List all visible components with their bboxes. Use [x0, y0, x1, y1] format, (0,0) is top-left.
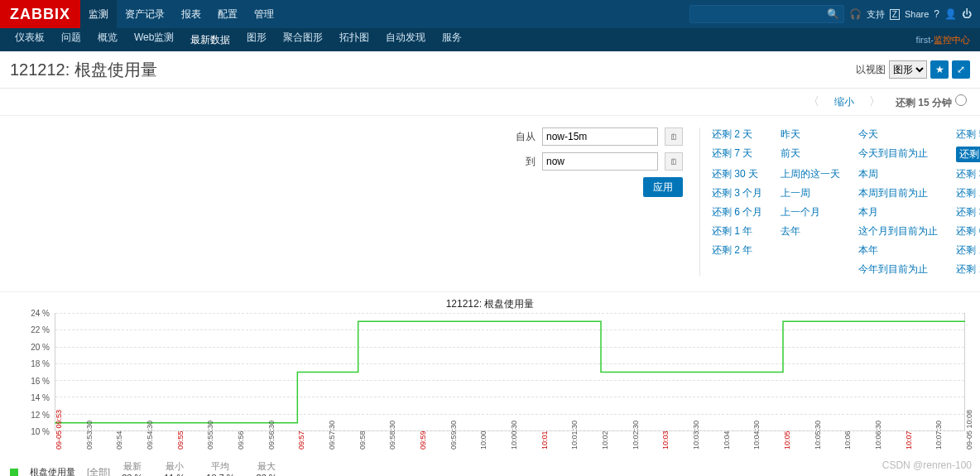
to-calendar-button[interactable]: 🗓 [665, 152, 683, 171]
preset-link[interactable]: 今天 [858, 127, 938, 142]
view-select[interactable]: 图形 [889, 60, 927, 79]
submenu-item[interactable]: 聚合图形 [275, 26, 331, 49]
legend-stat: 最小11 % [164, 461, 185, 476]
preset-link[interactable]: 还剩 15 分钟 [956, 147, 980, 162]
x-tick: 09:57:30 [328, 421, 336, 450]
x-tick: 10:04 [723, 430, 731, 450]
x-tick: 09:58 [358, 430, 367, 450]
preset-link[interactable]: 今天到目前为止 [858, 147, 938, 162]
next-button[interactable]: 〉 [869, 94, 881, 109]
preset-link[interactable]: 还剩 1 小时 [956, 186, 980, 200]
from-calendar-button[interactable]: 🗓 [665, 127, 683, 146]
zoom-out-link[interactable]: 缩小 [834, 95, 854, 109]
submenu-item[interactable]: 仪表板 [7, 26, 53, 49]
preset-link[interactable]: 今年到目前为止 [858, 262, 938, 276]
user-icon[interactable]: 👤 [944, 8, 957, 20]
from-input[interactable] [542, 127, 658, 146]
preset-link[interactable]: 还剩 2 天 [712, 127, 762, 142]
preset-link[interactable]: 还剩 30 天 [712, 167, 762, 181]
x-tick: 09:59 [419, 430, 427, 450]
breadcrumb[interactable]: first-监控中心 [916, 34, 980, 46]
x-tick: 10:01:30 [570, 421, 579, 450]
x-tick: 09:54:30 [146, 421, 154, 450]
y-tick: 16 % [10, 376, 50, 385]
top-menu: 监测资产记录报表配置管理 [80, 0, 282, 28]
preset-link[interactable]: 还剩 7 天 [712, 147, 762, 162]
submenu-item[interactable]: Web监测 [126, 26, 182, 49]
preset-link[interactable]: 还剩 1 天 [956, 262, 980, 276]
prev-button[interactable]: 〈 [808, 94, 819, 109]
time-presets: 还剩 2 天昨天今天还剩 5 分钟还剩 7 天前天今天到目前为止还剩 15 分钟… [699, 127, 980, 276]
share-link[interactable]: Share [905, 9, 929, 19]
topmenu-item[interactable]: 资产记录 [117, 0, 173, 28]
x-tick: 09:56 [237, 430, 245, 450]
from-label: 自从 [516, 130, 536, 144]
submenu-item[interactable]: 概览 [89, 26, 126, 49]
share-icon: Z [890, 9, 900, 20]
preset-link[interactable]: 本周 [858, 167, 938, 181]
view-label: 以视图 [856, 63, 886, 77]
time-remaining[interactable]: 还剩 15 分钟 [896, 94, 967, 110]
preset-link[interactable]: 本周到目前为止 [858, 186, 938, 200]
clock-icon [955, 94, 967, 106]
x-tick: 10:07 [905, 430, 913, 450]
x-tick: 09:55:30 [206, 421, 214, 450]
y-tick: 14 % [10, 393, 50, 402]
preset-link[interactable]: 还剩 2 年 [712, 243, 762, 257]
x-tick: 10:07:30 [934, 421, 943, 450]
preset-link[interactable]: 前天 [781, 147, 840, 162]
x-tick: 09:58:30 [388, 421, 396, 450]
favorite-button[interactable]: ★ [930, 60, 949, 79]
topmenu-item[interactable]: 配置 [209, 0, 246, 28]
apply-button[interactable]: 应用 [643, 177, 683, 197]
preset-link[interactable]: 还剩 3 个月 [712, 186, 762, 200]
x-tick: 09:59:30 [449, 421, 458, 450]
help-icon[interactable]: ? [934, 8, 939, 20]
x-tick: 09:57 [297, 430, 305, 450]
preset-link[interactable]: 这个月到目前为止 [858, 224, 938, 238]
preset-link[interactable]: 还剩 12 小时 [956, 243, 980, 257]
preset-link[interactable]: 去年 [781, 224, 840, 238]
preset-link[interactable]: 还剩 5 分钟 [956, 127, 980, 142]
topmenu-item[interactable]: 监测 [80, 0, 117, 28]
x-tick: 10:00:30 [510, 421, 518, 450]
preset-link[interactable]: 本月 [858, 205, 938, 219]
y-tick: 24 % [10, 309, 50, 318]
legend-stat: 最新23 % [122, 461, 142, 476]
submenu-item[interactable]: 自动发现 [377, 26, 434, 49]
y-tick: 12 % [10, 410, 50, 419]
preset-link[interactable]: 上一周 [781, 186, 840, 200]
preset-link[interactable]: 本年 [858, 243, 938, 257]
chart-area: 10 %12 %14 %16 %18 %20 %22 %24 %09-05 09… [10, 313, 970, 450]
fullscreen-button[interactable]: ⤢ [952, 60, 970, 79]
submenu-item[interactable]: 拓扑图 [331, 26, 377, 49]
submenu-item[interactable]: 图形 [238, 26, 275, 49]
to-input[interactable] [542, 152, 658, 171]
search-input[interactable]: 🔍 [689, 5, 844, 23]
search-icon: 🔍 [827, 8, 839, 20]
submenu-item[interactable]: 最新数据 [182, 26, 238, 54]
support-icon: 🎧 [849, 8, 862, 20]
support-link[interactable]: 支持 [867, 8, 885, 21]
power-icon[interactable]: ⏻ [962, 8, 972, 20]
preset-link[interactable]: 还剩 6 个月 [712, 205, 762, 219]
x-tick: 09-05 09:53 [55, 410, 63, 450]
preset-link[interactable]: 还剩 30 分钟 [956, 167, 980, 181]
logo: ZABBIX [0, 0, 80, 28]
legend-all: [全部] [87, 466, 110, 476]
topmenu-item[interactable]: 报表 [173, 0, 209, 28]
preset-link[interactable]: 还剩 1 年 [712, 224, 762, 238]
preset-link[interactable]: 还剩 6 小时 [956, 224, 980, 238]
legend-swatch [10, 469, 18, 476]
submenu-item[interactable]: 问题 [53, 26, 89, 49]
x-tick: 09:56:30 [267, 421, 276, 450]
y-tick: 18 % [10, 359, 50, 368]
x-tick: 09:54 [115, 430, 123, 450]
x-tick: 10:05:30 [814, 421, 822, 450]
topmenu-item[interactable]: 管理 [246, 0, 282, 28]
preset-link[interactable]: 上一个月 [781, 205, 840, 219]
preset-link[interactable]: 上周的这一天 [781, 167, 840, 181]
preset-link[interactable]: 昨天 [781, 127, 840, 142]
submenu-item[interactable]: 服务 [434, 26, 470, 49]
preset-link[interactable]: 还剩 3 小时 [956, 205, 980, 219]
